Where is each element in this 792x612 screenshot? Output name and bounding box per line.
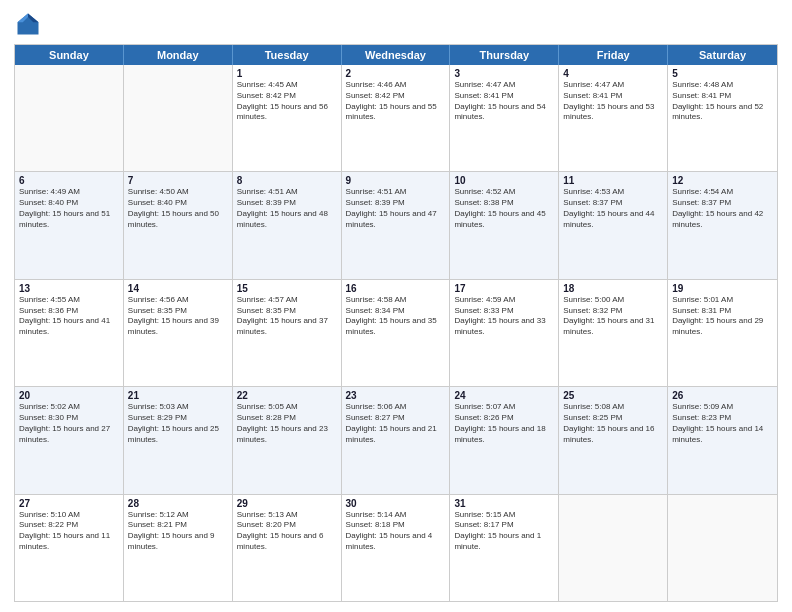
cell-daylight-info: Sunrise: 4:57 AM Sunset: 8:35 PM Dayligh… — [237, 295, 337, 338]
day-number: 26 — [672, 390, 773, 401]
cal-cell-day-1: 1Sunrise: 4:45 AM Sunset: 8:42 PM Daylig… — [233, 65, 342, 171]
cell-daylight-info: Sunrise: 5:03 AM Sunset: 8:29 PM Dayligh… — [128, 402, 228, 445]
day-number: 4 — [563, 68, 663, 79]
day-number: 23 — [346, 390, 446, 401]
cell-daylight-info: Sunrise: 4:54 AM Sunset: 8:37 PM Dayligh… — [672, 187, 773, 230]
cal-cell-day-9: 9Sunrise: 4:51 AM Sunset: 8:39 PM Daylig… — [342, 172, 451, 278]
cell-daylight-info: Sunrise: 4:46 AM Sunset: 8:42 PM Dayligh… — [346, 80, 446, 123]
page: SundayMondayTuesdayWednesdayThursdayFrid… — [0, 0, 792, 612]
cal-header-tuesday: Tuesday — [233, 45, 342, 65]
day-number: 8 — [237, 175, 337, 186]
day-number: 20 — [19, 390, 119, 401]
day-number: 25 — [563, 390, 663, 401]
cal-cell-day-2: 2Sunrise: 4:46 AM Sunset: 8:42 PM Daylig… — [342, 65, 451, 171]
day-number: 7 — [128, 175, 228, 186]
cell-daylight-info: Sunrise: 4:47 AM Sunset: 8:41 PM Dayligh… — [563, 80, 663, 123]
day-number: 5 — [672, 68, 773, 79]
day-number: 6 — [19, 175, 119, 186]
cal-week-1: 1Sunrise: 4:45 AM Sunset: 8:42 PM Daylig… — [15, 65, 777, 171]
cal-header-thursday: Thursday — [450, 45, 559, 65]
cell-daylight-info: Sunrise: 5:08 AM Sunset: 8:25 PM Dayligh… — [563, 402, 663, 445]
day-number: 19 — [672, 283, 773, 294]
cell-daylight-info: Sunrise: 4:52 AM Sunset: 8:38 PM Dayligh… — [454, 187, 554, 230]
cal-cell-empty — [559, 495, 668, 601]
day-number: 15 — [237, 283, 337, 294]
day-number: 18 — [563, 283, 663, 294]
cell-daylight-info: Sunrise: 4:49 AM Sunset: 8:40 PM Dayligh… — [19, 187, 119, 230]
cell-daylight-info: Sunrise: 4:45 AM Sunset: 8:42 PM Dayligh… — [237, 80, 337, 123]
cell-daylight-info: Sunrise: 5:10 AM Sunset: 8:22 PM Dayligh… — [19, 510, 119, 553]
day-number: 16 — [346, 283, 446, 294]
cal-week-2: 6Sunrise: 4:49 AM Sunset: 8:40 PM Daylig… — [15, 171, 777, 278]
day-number: 17 — [454, 283, 554, 294]
day-number: 24 — [454, 390, 554, 401]
cell-daylight-info: Sunrise: 5:15 AM Sunset: 8:17 PM Dayligh… — [454, 510, 554, 553]
day-number: 11 — [563, 175, 663, 186]
day-number: 1 — [237, 68, 337, 79]
cal-header-monday: Monday — [124, 45, 233, 65]
cal-cell-day-19: 19Sunrise: 5:01 AM Sunset: 8:31 PM Dayli… — [668, 280, 777, 386]
cal-cell-day-10: 10Sunrise: 4:52 AM Sunset: 8:38 PM Dayli… — [450, 172, 559, 278]
cal-cell-day-23: 23Sunrise: 5:06 AM Sunset: 8:27 PM Dayli… — [342, 387, 451, 493]
cell-daylight-info: Sunrise: 4:56 AM Sunset: 8:35 PM Dayligh… — [128, 295, 228, 338]
cal-cell-day-14: 14Sunrise: 4:56 AM Sunset: 8:35 PM Dayli… — [124, 280, 233, 386]
calendar-body: 1Sunrise: 4:45 AM Sunset: 8:42 PM Daylig… — [15, 65, 777, 601]
cal-cell-day-28: 28Sunrise: 5:12 AM Sunset: 8:21 PM Dayli… — [124, 495, 233, 601]
cal-cell-day-24: 24Sunrise: 5:07 AM Sunset: 8:26 PM Dayli… — [450, 387, 559, 493]
cal-cell-day-7: 7Sunrise: 4:50 AM Sunset: 8:40 PM Daylig… — [124, 172, 233, 278]
cell-daylight-info: Sunrise: 5:06 AM Sunset: 8:27 PM Dayligh… — [346, 402, 446, 445]
day-number: 10 — [454, 175, 554, 186]
logo — [14, 10, 46, 38]
cell-daylight-info: Sunrise: 5:01 AM Sunset: 8:31 PM Dayligh… — [672, 295, 773, 338]
cal-cell-day-20: 20Sunrise: 5:02 AM Sunset: 8:30 PM Dayli… — [15, 387, 124, 493]
day-number: 28 — [128, 498, 228, 509]
cell-daylight-info: Sunrise: 4:58 AM Sunset: 8:34 PM Dayligh… — [346, 295, 446, 338]
cal-cell-day-26: 26Sunrise: 5:09 AM Sunset: 8:23 PM Dayli… — [668, 387, 777, 493]
calendar: SundayMondayTuesdayWednesdayThursdayFrid… — [14, 44, 778, 602]
cell-daylight-info: Sunrise: 4:50 AM Sunset: 8:40 PM Dayligh… — [128, 187, 228, 230]
cal-cell-day-22: 22Sunrise: 5:05 AM Sunset: 8:28 PM Dayli… — [233, 387, 342, 493]
day-number: 29 — [237, 498, 337, 509]
logo-icon — [14, 10, 42, 38]
cal-cell-day-13: 13Sunrise: 4:55 AM Sunset: 8:36 PM Dayli… — [15, 280, 124, 386]
cal-header-wednesday: Wednesday — [342, 45, 451, 65]
cal-cell-day-16: 16Sunrise: 4:58 AM Sunset: 8:34 PM Dayli… — [342, 280, 451, 386]
cal-cell-day-18: 18Sunrise: 5:00 AM Sunset: 8:32 PM Dayli… — [559, 280, 668, 386]
day-number: 2 — [346, 68, 446, 79]
cell-daylight-info: Sunrise: 4:51 AM Sunset: 8:39 PM Dayligh… — [237, 187, 337, 230]
cell-daylight-info: Sunrise: 5:09 AM Sunset: 8:23 PM Dayligh… — [672, 402, 773, 445]
cal-cell-day-25: 25Sunrise: 5:08 AM Sunset: 8:25 PM Dayli… — [559, 387, 668, 493]
day-number: 31 — [454, 498, 554, 509]
cal-cell-day-30: 30Sunrise: 5:14 AM Sunset: 8:18 PM Dayli… — [342, 495, 451, 601]
cell-daylight-info: Sunrise: 4:48 AM Sunset: 8:41 PM Dayligh… — [672, 80, 773, 123]
cell-daylight-info: Sunrise: 4:47 AM Sunset: 8:41 PM Dayligh… — [454, 80, 554, 123]
cal-cell-day-31: 31Sunrise: 5:15 AM Sunset: 8:17 PM Dayli… — [450, 495, 559, 601]
cal-cell-day-21: 21Sunrise: 5:03 AM Sunset: 8:29 PM Dayli… — [124, 387, 233, 493]
day-number: 14 — [128, 283, 228, 294]
cal-week-3: 13Sunrise: 4:55 AM Sunset: 8:36 PM Dayli… — [15, 279, 777, 386]
cell-daylight-info: Sunrise: 4:53 AM Sunset: 8:37 PM Dayligh… — [563, 187, 663, 230]
cell-daylight-info: Sunrise: 5:14 AM Sunset: 8:18 PM Dayligh… — [346, 510, 446, 553]
day-number: 3 — [454, 68, 554, 79]
cell-daylight-info: Sunrise: 4:59 AM Sunset: 8:33 PM Dayligh… — [454, 295, 554, 338]
cell-daylight-info: Sunrise: 5:02 AM Sunset: 8:30 PM Dayligh… — [19, 402, 119, 445]
cell-daylight-info: Sunrise: 5:00 AM Sunset: 8:32 PM Dayligh… — [563, 295, 663, 338]
cal-cell-day-27: 27Sunrise: 5:10 AM Sunset: 8:22 PM Dayli… — [15, 495, 124, 601]
cal-cell-day-8: 8Sunrise: 4:51 AM Sunset: 8:39 PM Daylig… — [233, 172, 342, 278]
cal-cell-day-3: 3Sunrise: 4:47 AM Sunset: 8:41 PM Daylig… — [450, 65, 559, 171]
calendar-header-row: SundayMondayTuesdayWednesdayThursdayFrid… — [15, 45, 777, 65]
cal-cell-empty — [668, 495, 777, 601]
cal-header-saturday: Saturday — [668, 45, 777, 65]
day-number: 22 — [237, 390, 337, 401]
cal-cell-day-29: 29Sunrise: 5:13 AM Sunset: 8:20 PM Dayli… — [233, 495, 342, 601]
cell-daylight-info: Sunrise: 5:13 AM Sunset: 8:20 PM Dayligh… — [237, 510, 337, 553]
cell-daylight-info: Sunrise: 5:07 AM Sunset: 8:26 PM Dayligh… — [454, 402, 554, 445]
cal-week-4: 20Sunrise: 5:02 AM Sunset: 8:30 PM Dayli… — [15, 386, 777, 493]
cell-daylight-info: Sunrise: 4:51 AM Sunset: 8:39 PM Dayligh… — [346, 187, 446, 230]
cal-header-friday: Friday — [559, 45, 668, 65]
cal-cell-empty — [15, 65, 124, 171]
cal-cell-day-5: 5Sunrise: 4:48 AM Sunset: 8:41 PM Daylig… — [668, 65, 777, 171]
cell-daylight-info: Sunrise: 5:05 AM Sunset: 8:28 PM Dayligh… — [237, 402, 337, 445]
cal-cell-day-12: 12Sunrise: 4:54 AM Sunset: 8:37 PM Dayli… — [668, 172, 777, 278]
cal-cell-day-17: 17Sunrise: 4:59 AM Sunset: 8:33 PM Dayli… — [450, 280, 559, 386]
